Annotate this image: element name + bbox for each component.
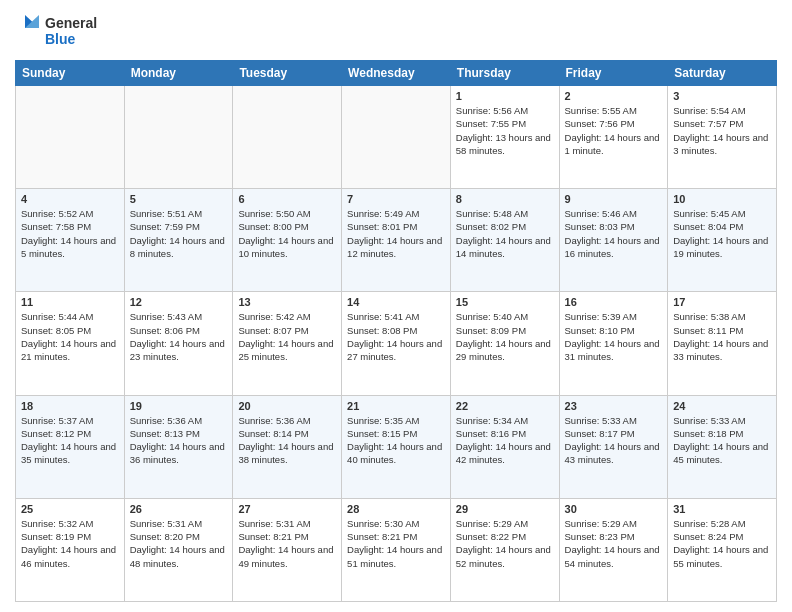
- day-number: 29: [456, 503, 554, 515]
- sun-info: Sunrise: 5:56 AMSunset: 7:55 PMDaylight:…: [456, 104, 554, 157]
- calendar-cell: 10Sunrise: 5:45 AMSunset: 8:04 PMDayligh…: [668, 189, 777, 292]
- day-number: 18: [21, 400, 119, 412]
- calendar-cell: [16, 86, 125, 189]
- calendar-cell: 6Sunrise: 5:50 AMSunset: 8:00 PMDaylight…: [233, 189, 342, 292]
- calendar-cell: 16Sunrise: 5:39 AMSunset: 8:10 PMDayligh…: [559, 292, 668, 395]
- calendar-cell: 9Sunrise: 5:46 AMSunset: 8:03 PMDaylight…: [559, 189, 668, 292]
- calendar-cell: 28Sunrise: 5:30 AMSunset: 8:21 PMDayligh…: [342, 498, 451, 601]
- sun-info: Sunrise: 5:38 AMSunset: 8:11 PMDaylight:…: [673, 310, 771, 363]
- day-number: 13: [238, 296, 336, 308]
- calendar-day-header: Saturday: [668, 61, 777, 86]
- day-number: 21: [347, 400, 445, 412]
- sun-info: Sunrise: 5:44 AMSunset: 8:05 PMDaylight:…: [21, 310, 119, 363]
- calendar-cell: 29Sunrise: 5:29 AMSunset: 8:22 PMDayligh…: [450, 498, 559, 601]
- day-number: 25: [21, 503, 119, 515]
- day-number: 6: [238, 193, 336, 205]
- calendar-cell: 13Sunrise: 5:42 AMSunset: 8:07 PMDayligh…: [233, 292, 342, 395]
- day-number: 26: [130, 503, 228, 515]
- day-number: 16: [565, 296, 663, 308]
- sun-info: Sunrise: 5:33 AMSunset: 8:17 PMDaylight:…: [565, 414, 663, 467]
- day-number: 19: [130, 400, 228, 412]
- day-number: 17: [673, 296, 771, 308]
- calendar-week-row: 18Sunrise: 5:37 AMSunset: 8:12 PMDayligh…: [16, 395, 777, 498]
- sun-info: Sunrise: 5:42 AMSunset: 8:07 PMDaylight:…: [238, 310, 336, 363]
- calendar-cell: 1Sunrise: 5:56 AMSunset: 7:55 PMDaylight…: [450, 86, 559, 189]
- day-number: 31: [673, 503, 771, 515]
- sun-info: Sunrise: 5:39 AMSunset: 8:10 PMDaylight:…: [565, 310, 663, 363]
- day-number: 5: [130, 193, 228, 205]
- sun-info: Sunrise: 5:50 AMSunset: 8:00 PMDaylight:…: [238, 207, 336, 260]
- calendar-cell: 20Sunrise: 5:36 AMSunset: 8:14 PMDayligh…: [233, 395, 342, 498]
- sun-info: Sunrise: 5:54 AMSunset: 7:57 PMDaylight:…: [673, 104, 771, 157]
- calendar-cell: 12Sunrise: 5:43 AMSunset: 8:06 PMDayligh…: [124, 292, 233, 395]
- sun-info: Sunrise: 5:43 AMSunset: 8:06 PMDaylight:…: [130, 310, 228, 363]
- calendar-header-row: SundayMondayTuesdayWednesdayThursdayFrid…: [16, 61, 777, 86]
- calendar-cell: [342, 86, 451, 189]
- page: General Blue SundayMondayTuesdayWednesda…: [0, 0, 792, 612]
- svg-text:Blue: Blue: [45, 31, 76, 47]
- sun-info: Sunrise: 5:45 AMSunset: 8:04 PMDaylight:…: [673, 207, 771, 260]
- day-number: 28: [347, 503, 445, 515]
- calendar-cell: 30Sunrise: 5:29 AMSunset: 8:23 PMDayligh…: [559, 498, 668, 601]
- calendar-cell: 25Sunrise: 5:32 AMSunset: 8:19 PMDayligh…: [16, 498, 125, 601]
- calendar-cell: 11Sunrise: 5:44 AMSunset: 8:05 PMDayligh…: [16, 292, 125, 395]
- day-number: 12: [130, 296, 228, 308]
- calendar-day-header: Sunday: [16, 61, 125, 86]
- sun-info: Sunrise: 5:55 AMSunset: 7:56 PMDaylight:…: [565, 104, 663, 157]
- sun-info: Sunrise: 5:34 AMSunset: 8:16 PMDaylight:…: [456, 414, 554, 467]
- svg-text:General: General: [45, 15, 97, 31]
- calendar-cell: [124, 86, 233, 189]
- day-number: 15: [456, 296, 554, 308]
- sun-info: Sunrise: 5:30 AMSunset: 8:21 PMDaylight:…: [347, 517, 445, 570]
- calendar-cell: 22Sunrise: 5:34 AMSunset: 8:16 PMDayligh…: [450, 395, 559, 498]
- sun-info: Sunrise: 5:52 AMSunset: 7:58 PMDaylight:…: [21, 207, 119, 260]
- sun-info: Sunrise: 5:29 AMSunset: 8:22 PMDaylight:…: [456, 517, 554, 570]
- sun-info: Sunrise: 5:35 AMSunset: 8:15 PMDaylight:…: [347, 414, 445, 467]
- calendar-cell: 2Sunrise: 5:55 AMSunset: 7:56 PMDaylight…: [559, 86, 668, 189]
- calendar-cell: 8Sunrise: 5:48 AMSunset: 8:02 PMDaylight…: [450, 189, 559, 292]
- calendar-day-header: Friday: [559, 61, 668, 86]
- sun-info: Sunrise: 5:31 AMSunset: 8:21 PMDaylight:…: [238, 517, 336, 570]
- calendar-cell: 31Sunrise: 5:28 AMSunset: 8:24 PMDayligh…: [668, 498, 777, 601]
- calendar-cell: 26Sunrise: 5:31 AMSunset: 8:20 PMDayligh…: [124, 498, 233, 601]
- day-number: 14: [347, 296, 445, 308]
- header: General Blue: [15, 10, 777, 52]
- day-number: 24: [673, 400, 771, 412]
- calendar-day-header: Tuesday: [233, 61, 342, 86]
- day-number: 30: [565, 503, 663, 515]
- sun-info: Sunrise: 5:31 AMSunset: 8:20 PMDaylight:…: [130, 517, 228, 570]
- sun-info: Sunrise: 5:41 AMSunset: 8:08 PMDaylight:…: [347, 310, 445, 363]
- logo: General Blue: [15, 10, 105, 52]
- day-number: 10: [673, 193, 771, 205]
- calendar-cell: 27Sunrise: 5:31 AMSunset: 8:21 PMDayligh…: [233, 498, 342, 601]
- calendar-week-row: 1Sunrise: 5:56 AMSunset: 7:55 PMDaylight…: [16, 86, 777, 189]
- calendar-cell: 15Sunrise: 5:40 AMSunset: 8:09 PMDayligh…: [450, 292, 559, 395]
- calendar-cell: 7Sunrise: 5:49 AMSunset: 8:01 PMDaylight…: [342, 189, 451, 292]
- calendar-cell: 5Sunrise: 5:51 AMSunset: 7:59 PMDaylight…: [124, 189, 233, 292]
- calendar-day-header: Wednesday: [342, 61, 451, 86]
- calendar-cell: 23Sunrise: 5:33 AMSunset: 8:17 PMDayligh…: [559, 395, 668, 498]
- sun-info: Sunrise: 5:37 AMSunset: 8:12 PMDaylight:…: [21, 414, 119, 467]
- logo-svg: General Blue: [15, 10, 105, 52]
- day-number: 11: [21, 296, 119, 308]
- calendar-day-header: Thursday: [450, 61, 559, 86]
- calendar-week-row: 11Sunrise: 5:44 AMSunset: 8:05 PMDayligh…: [16, 292, 777, 395]
- day-number: 3: [673, 90, 771, 102]
- sun-info: Sunrise: 5:51 AMSunset: 7:59 PMDaylight:…: [130, 207, 228, 260]
- sun-info: Sunrise: 5:36 AMSunset: 8:13 PMDaylight:…: [130, 414, 228, 467]
- calendar-cell: 21Sunrise: 5:35 AMSunset: 8:15 PMDayligh…: [342, 395, 451, 498]
- calendar-week-row: 25Sunrise: 5:32 AMSunset: 8:19 PMDayligh…: [16, 498, 777, 601]
- day-number: 4: [21, 193, 119, 205]
- sun-info: Sunrise: 5:36 AMSunset: 8:14 PMDaylight:…: [238, 414, 336, 467]
- calendar-cell: 3Sunrise: 5:54 AMSunset: 7:57 PMDaylight…: [668, 86, 777, 189]
- sun-info: Sunrise: 5:33 AMSunset: 8:18 PMDaylight:…: [673, 414, 771, 467]
- day-number: 23: [565, 400, 663, 412]
- day-number: 1: [456, 90, 554, 102]
- sun-info: Sunrise: 5:48 AMSunset: 8:02 PMDaylight:…: [456, 207, 554, 260]
- calendar-cell: 19Sunrise: 5:36 AMSunset: 8:13 PMDayligh…: [124, 395, 233, 498]
- calendar-cell: 17Sunrise: 5:38 AMSunset: 8:11 PMDayligh…: [668, 292, 777, 395]
- day-number: 9: [565, 193, 663, 205]
- calendar-cell: 4Sunrise: 5:52 AMSunset: 7:58 PMDaylight…: [16, 189, 125, 292]
- sun-info: Sunrise: 5:46 AMSunset: 8:03 PMDaylight:…: [565, 207, 663, 260]
- sun-info: Sunrise: 5:28 AMSunset: 8:24 PMDaylight:…: [673, 517, 771, 570]
